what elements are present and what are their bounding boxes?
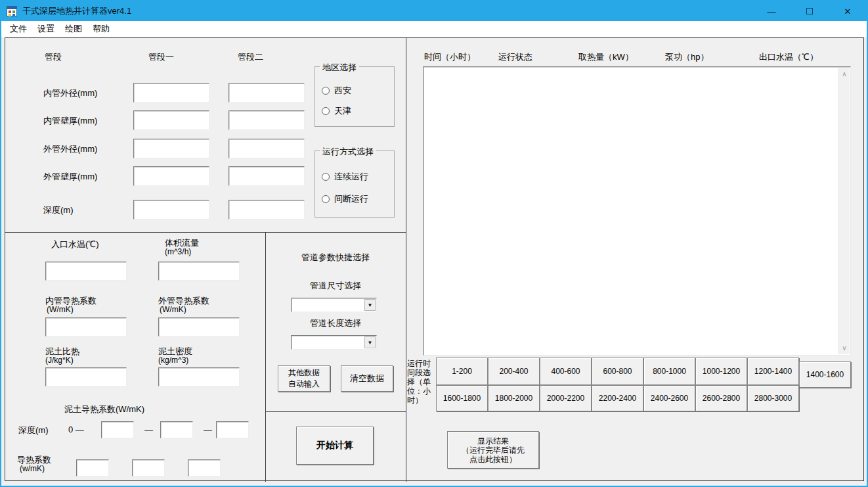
start-calc-button[interactable]: 开始计算	[296, 427, 374, 465]
divider-vertical-mid	[265, 232, 266, 482]
soil-depth-zero: 0 —	[68, 425, 84, 434]
maximize-button[interactable]	[791, 1, 829, 21]
time-btn-400-600[interactable]: 400-600	[540, 358, 592, 385]
radio-continuous[interactable]: 连续运行	[322, 171, 368, 183]
results-textarea[interactable]: ∧ ∨	[423, 66, 851, 356]
label-inner-cond-unit: (W/mK)	[47, 305, 74, 314]
results-header-time: 时间（小时）	[424, 51, 475, 63]
clear-data-button[interactable]: 清空数据	[341, 365, 393, 392]
auto-input-button[interactable]: 其他数据 自动输入	[278, 365, 330, 392]
mode-groupbox: 运行方式选择 连续运行 间断运行	[315, 151, 395, 218]
time-btn-2400-2600[interactable]: 2400-2600	[643, 385, 695, 411]
input-depth-1[interactable]	[133, 200, 209, 220]
divider-horizontal-mid	[265, 411, 406, 412]
time-btn-2800-3000[interactable]: 2800-3000	[747, 385, 799, 411]
input-depth-break-3[interactable]	[216, 421, 249, 438]
input-soil-heat[interactable]	[45, 367, 127, 386]
results-header-outlet: 出口水温（℃）	[759, 51, 818, 63]
main-frame: 管段 管段一 管段二 内管外径(mm) 内管壁厚(mm) 外管外径(mm) 外管…	[5, 37, 864, 481]
time-btn-2200-2400[interactable]: 2200-2400	[592, 385, 643, 411]
time-btn-2600-2800[interactable]: 2600-2800	[695, 385, 747, 411]
pipe-length-select[interactable]: ▼	[291, 335, 377, 350]
pipe-col-header: 管段	[45, 51, 62, 63]
radio-continuous-label: 连续运行	[334, 171, 368, 183]
pipe-size-select[interactable]: ▼	[291, 298, 377, 312]
time-btn-1200-1400[interactable]: 1200-1400	[747, 358, 799, 385]
input-outer-od-1[interactable]	[133, 139, 209, 158]
region-group-title: 地区选择	[320, 62, 359, 74]
menu-file[interactable]: 文件	[5, 21, 32, 37]
scroll-up-icon[interactable]: ∧	[839, 70, 850, 78]
input-cond-2[interactable]	[132, 459, 165, 476]
close-button[interactable]: ✕	[829, 1, 867, 21]
input-inner-wall-2[interactable]	[228, 110, 305, 130]
menu-settings[interactable]: 设置	[32, 21, 60, 37]
time-btn-1400-1600[interactable]: 1400-1600	[799, 361, 851, 388]
input-outer-cond[interactable]	[158, 317, 240, 336]
input-cond-1[interactable]	[76, 459, 109, 476]
row-label-outer-od: 外管外径(mm)	[43, 143, 97, 155]
menu-draw[interactable]: 绘图	[60, 21, 87, 37]
label-soil-density-unit: (kg/m^3)	[158, 356, 188, 365]
menu-help[interactable]: 帮助	[87, 21, 115, 37]
input-inner-cond[interactable]	[45, 317, 127, 336]
show-results-line2: （运行完毕后请先	[462, 446, 525, 455]
region-groupbox: 地区选择 西安 天津	[315, 66, 395, 127]
results-header-status: 运行状态	[498, 51, 532, 63]
depth-dash-1: —	[144, 425, 153, 434]
pipe-length-label: 管道长度选择	[265, 317, 406, 329]
window-title: 干式深层地热井计算器ver4.1	[22, 5, 131, 17]
input-flow[interactable]	[158, 262, 240, 281]
soil-cond-title: 泥土导热系数(W/mK)	[64, 404, 144, 415]
radio-xian[interactable]: 西安	[322, 85, 351, 97]
radio-icon	[322, 107, 330, 115]
time-btn-200-400[interactable]: 200-400	[488, 358, 540, 385]
show-results-line3: 点击此按钮）	[469, 455, 517, 464]
depth-dash-2: —	[204, 425, 212, 434]
input-depth-break-1[interactable]	[101, 421, 134, 438]
time-btn-1000-1200[interactable]: 1000-1200	[695, 358, 747, 385]
input-cond-3[interactable]	[188, 459, 221, 476]
time-btn-600-800[interactable]: 600-800	[592, 358, 643, 385]
time-btn-1600-1800[interactable]: 1600-1800	[436, 385, 488, 411]
dropdown-arrow-icon[interactable]: ▼	[364, 336, 376, 348]
time-select-label: 运行时间段选择（单位：小时）	[407, 359, 432, 405]
radio-icon	[322, 87, 330, 95]
radio-xian-label: 西安	[334, 85, 351, 97]
input-soil-density[interactable]	[158, 367, 240, 386]
time-btn-1-200[interactable]: 1-200	[436, 358, 488, 385]
radio-intermittent[interactable]: 间断运行	[322, 193, 368, 205]
time-btn-2000-2200[interactable]: 2000-2200	[540, 385, 592, 411]
label-flow-unit: (m^3/h)	[165, 247, 191, 256]
pipe-col-two: 管段二	[238, 51, 263, 63]
mode-group-title: 运行方式选择	[320, 146, 376, 158]
results-scrollbar[interactable]: ∧ ∨	[838, 68, 850, 354]
dropdown-arrow-icon[interactable]: ▼	[364, 299, 376, 311]
app-icon	[7, 6, 17, 16]
radio-tianjin-label: 天津	[334, 105, 351, 117]
auto-input-line1: 其他数据	[288, 367, 320, 379]
minimize-icon: —	[768, 7, 776, 16]
time-btn-1800-2000[interactable]: 1800-2000	[488, 385, 540, 411]
show-results-button[interactable]: 显示结果 （运行完毕后请先 点击此按钮）	[447, 431, 539, 469]
radio-tianjin[interactable]: 天津	[322, 105, 351, 117]
input-outer-wall-2[interactable]	[228, 166, 305, 186]
radio-icon	[322, 195, 330, 203]
cond-unit: (w/mK)	[20, 464, 45, 473]
show-results-line1: 显示结果	[477, 436, 509, 446]
input-outer-od-2[interactable]	[228, 139, 305, 158]
time-btn-800-1000[interactable]: 800-1000	[643, 358, 695, 385]
input-outer-wall-1[interactable]	[133, 166, 209, 186]
input-inner-wall-1[interactable]	[133, 110, 209, 130]
row-label-inner-od: 内管外径(mm)	[43, 87, 97, 99]
row-label-depth: 深度(m)	[43, 204, 74, 216]
input-depth-break-2[interactable]	[160, 421, 193, 438]
input-depth-2[interactable]	[228, 200, 305, 220]
input-inner-od-2[interactable]	[228, 83, 305, 103]
pipe-size-label: 管道尺寸选择	[265, 280, 406, 292]
radio-intermittent-label: 间断运行	[334, 193, 368, 205]
minimize-button[interactable]: —	[752, 1, 791, 21]
input-inner-od-1[interactable]	[133, 83, 209, 103]
input-inlet-temp[interactable]	[45, 262, 127, 281]
scroll-down-icon[interactable]: ∨	[839, 344, 850, 352]
